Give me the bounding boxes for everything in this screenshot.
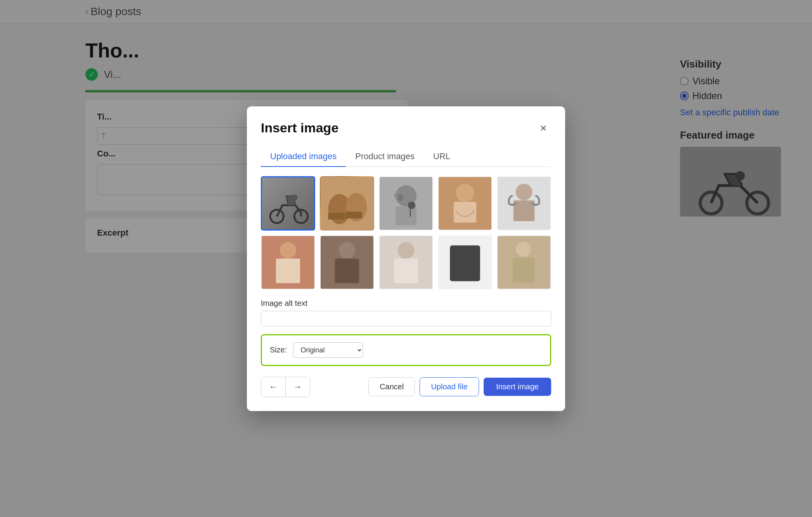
tab-product-images[interactable]: Product images [346, 147, 424, 167]
prev-button[interactable]: ← [261, 377, 286, 397]
image-cell[interactable] [261, 235, 315, 290]
svg-rect-12 [328, 213, 345, 219]
image-thumbnail [262, 177, 314, 229]
image-thumbnail [262, 236, 314, 289]
svg-point-33 [398, 242, 415, 258]
action-buttons: Cancel Upload file Insert image [368, 377, 551, 396]
image-cell[interactable] [320, 176, 374, 231]
tab-url[interactable]: URL [424, 147, 460, 167]
svg-rect-16 [396, 206, 416, 225]
modal-footer: ← → Cancel Upload file Insert image [261, 377, 551, 397]
prev-icon: ← [269, 382, 278, 392]
svg-point-27 [280, 242, 297, 258]
image-thumbnail [498, 236, 550, 289]
image-cell[interactable] [438, 235, 492, 290]
image-cell[interactable] [497, 176, 551, 231]
image-cell[interactable] [379, 176, 433, 231]
image-thumbnail [498, 177, 550, 230]
svg-point-21 [456, 184, 474, 202]
svg-point-8 [292, 194, 298, 200]
image-cell[interactable] [320, 235, 374, 290]
next-icon: → [293, 382, 302, 392]
image-cell[interactable] [379, 235, 433, 290]
svg-point-24 [516, 184, 533, 200]
image-thumbnail [321, 236, 373, 289]
svg-point-18 [408, 201, 415, 209]
svg-rect-31 [335, 258, 359, 283]
alt-text-label: Image alt text [261, 299, 551, 308]
image-cell[interactable] [261, 176, 315, 231]
size-section: Size: Original Small Medium Large [261, 334, 551, 366]
upload-file-button[interactable]: Upload file [420, 377, 479, 396]
svg-rect-28 [276, 258, 300, 283]
insert-image-button[interactable]: Insert image [484, 378, 551, 396]
tab-uploaded-images[interactable]: Uploaded images [261, 147, 346, 167]
image-cell[interactable] [438, 176, 492, 231]
close-icon: × [540, 121, 547, 135]
image-thumbnail [321, 177, 373, 230]
image-cell[interactable] [497, 235, 551, 290]
close-button[interactable]: × [536, 120, 551, 136]
size-label: Size: [270, 345, 287, 354]
cancel-button[interactable]: Cancel [368, 377, 415, 396]
svg-rect-34 [394, 258, 418, 283]
modal-overlay: Insert image × Uploaded images Product i… [0, 0, 812, 517]
insert-image-modal: Insert image × Uploaded images Product i… [247, 106, 565, 411]
svg-point-30 [339, 242, 356, 258]
svg-point-38 [516, 241, 531, 257]
image-thumbnail [380, 236, 432, 289]
image-thumbnail [439, 177, 491, 230]
modal-header: Insert image × [261, 120, 551, 136]
svg-rect-19 [410, 209, 411, 216]
next-button[interactable]: → [286, 377, 310, 397]
size-select[interactable]: Original Small Medium Large [293, 342, 363, 358]
image-tabs: Uploaded images Product images URL [261, 147, 551, 167]
image-thumbnail [439, 236, 491, 289]
svg-rect-36 [450, 245, 480, 281]
image-grid [261, 176, 551, 290]
svg-rect-13 [346, 212, 362, 218]
image-thumbnail [380, 177, 432, 230]
alt-text-input[interactable] [261, 311, 551, 326]
pagination-nav: ← → [261, 377, 310, 397]
modal-title: Insert image [261, 120, 338, 135]
svg-rect-39 [513, 258, 534, 282]
